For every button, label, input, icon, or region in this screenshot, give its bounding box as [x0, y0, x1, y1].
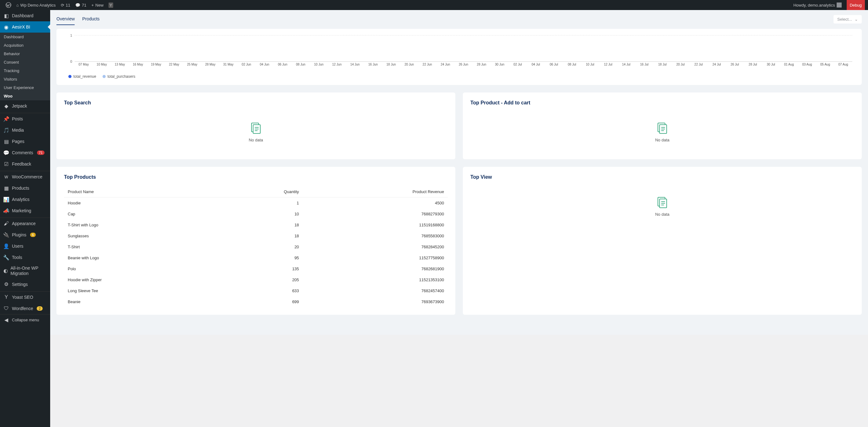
menu-tools[interactable]: 🔧Tools [0, 252, 50, 263]
sub-woo[interactable]: Woo [0, 92, 50, 100]
comment-icon: 💬 [3, 150, 9, 156]
cell-name: Beanie with Logo [64, 252, 218, 263]
table-row[interactable]: T-Shirt with Logo1811519168800 [64, 220, 448, 230]
yoast-icon: Y [3, 294, 9, 300]
empty-doc-icon [656, 121, 669, 134]
shield-icon: 🛡 [3, 305, 9, 311]
cell-name: T-Shirt [64, 241, 218, 252]
menu-aio[interactable]: ◐All-in-One WP Migration [0, 263, 50, 279]
sub-behavior[interactable]: Behavior [0, 50, 50, 58]
sub-consent[interactable]: Consent [0, 58, 50, 66]
menu-analytics[interactable]: 📊Analytics [0, 194, 50, 205]
table-row[interactable]: T-Shirt207682845200 [64, 241, 448, 252]
table-row[interactable]: Beanie with Logo9511527758900 [64, 252, 448, 263]
x-tick: 24 Jun [436, 63, 454, 70]
comments-link[interactable]: 💬71 [73, 0, 89, 10]
howdy-link[interactable]: Howdy, demo.analytics [791, 0, 844, 10]
menu-users[interactable]: 👤Users [0, 240, 50, 252]
yoast-bar-icon[interactable]: Y [106, 0, 116, 10]
x-tick: 26 Jul [725, 63, 744, 70]
site-link[interactable]: ⌂Wp Demo Analytics [14, 0, 58, 10]
menu-products[interactable]: ▦Products [0, 183, 50, 194]
select-dropdown[interactable]: Select... ⌄ [834, 15, 862, 24]
menu-comments[interactable]: 💬Comments71 [0, 147, 50, 158]
x-tick: 14 Jul [617, 63, 635, 70]
x-tick: 04 Jul [527, 63, 545, 70]
x-tick: 13 May [111, 63, 129, 70]
menu-pages[interactable]: ▤Pages [0, 136, 50, 147]
menu-aesirx[interactable]: ◉AesirX BI [0, 21, 50, 33]
cell-name: Cap [64, 208, 218, 220]
cell-rev: 4500 [303, 198, 448, 209]
comments-badge: 71 [37, 151, 44, 155]
brush-icon: 🖌 [3, 220, 9, 227]
updates-link[interactable]: ⟳11 [58, 0, 73, 10]
x-tick: 31 May [219, 63, 237, 70]
x-tick: 10 Jun [310, 63, 328, 70]
menu-settings[interactable]: ⚙Settings [0, 279, 50, 290]
x-tick: 19 May [147, 63, 165, 70]
table-row[interactable]: Sunglasses187685583000 [64, 230, 448, 241]
nodata-text: No data [655, 138, 670, 142]
x-tick: 30 Jun [491, 63, 508, 70]
collapse-menu[interactable]: ◀Collapse menu [0, 314, 50, 326]
table-row[interactable]: Cap107688279300 [64, 208, 448, 220]
legend-revenue[interactable]: total_revenue [68, 74, 96, 79]
table-row[interactable]: Hoodie with Zipper20511521353100 [64, 274, 448, 285]
cell-name: Hoodie with Zipper [64, 274, 218, 285]
empty-doc-icon [656, 196, 669, 209]
tab-products[interactable]: Products [82, 13, 99, 25]
table-row[interactable]: Hoodie14500 [64, 198, 448, 209]
table-row[interactable]: Polo1357682681900 [64, 263, 448, 274]
x-tick: 07 Aug [834, 63, 852, 70]
nodata-text: No data [249, 138, 263, 142]
debug-button[interactable]: Debug [847, 0, 865, 10]
analytics-icon: 📊 [3, 196, 9, 202]
menu-yoast[interactable]: YYoast SEO [0, 292, 50, 303]
x-tick: 16 May [129, 63, 147, 70]
menu-marketing[interactable]: 📣Marketing [0, 205, 50, 216]
dashboard-icon: ◧ [3, 12, 9, 19]
menu-posts[interactable]: 📌Posts [0, 113, 50, 125]
x-tick: 10 May [93, 63, 111, 70]
plugin-icon: 🔌 [3, 232, 9, 238]
menu-jetpack[interactable]: ◆Jetpack [0, 100, 50, 111]
tab-overview[interactable]: Overview [57, 13, 74, 25]
chart-legend: total_revenue total_purchasers [66, 74, 852, 79]
x-tick: 12 Jul [599, 63, 617, 70]
wp-logo[interactable] [3, 0, 14, 10]
sub-acquisition[interactable]: Acquisition [0, 41, 50, 50]
menu-plugins[interactable]: 🔌Plugins6 [0, 229, 50, 240]
legend-purchasers[interactable]: total_purchasers [102, 74, 135, 79]
empty-doc-icon [249, 121, 262, 134]
sub-visitors[interactable]: Visitors [0, 75, 50, 84]
main-content: Overview Products Select... ⌄ 1 0 07 May… [50, 10, 868, 335]
sub-ux[interactable]: User Experience [0, 84, 50, 92]
menu-feedback[interactable]: ☑Feedback [0, 158, 50, 170]
cell-rev: 7693673900 [303, 296, 448, 307]
table-row[interactable]: Long Sleeve Tee6337682457400 [64, 285, 448, 296]
menu-appearance[interactable]: 🖌Appearance [0, 218, 50, 229]
sub-dashboard[interactable]: Dashboard [0, 33, 50, 41]
panel-title: Top Product - Add to cart [470, 100, 854, 106]
x-tick: 24 Jul [708, 63, 726, 70]
menu-media[interactable]: 🎵Media [0, 125, 50, 136]
table-row[interactable]: Beanie6997693673900 [64, 296, 448, 307]
cell-qty: 18 [218, 230, 303, 241]
cell-rev: 7682457400 [303, 285, 448, 296]
cell-name: Polo [64, 263, 218, 274]
pin-icon: 📌 [3, 116, 9, 122]
x-tick: 08 Jun [291, 63, 310, 70]
new-link[interactable]: +New [89, 0, 106, 10]
x-tick: 20 Jun [400, 63, 418, 70]
sub-tracking[interactable]: Tracking [0, 66, 50, 75]
menu-woocommerce[interactable]: wWooCommerce [0, 171, 50, 183]
menu-wordfence[interactable]: 🛡Wordfence2 [0, 303, 50, 314]
cell-qty: 10 [218, 208, 303, 220]
admin-bar: ⌂Wp Demo Analytics ⟳11 💬71 +New Y Howdy,… [0, 0, 868, 10]
panel-top-search: Top Search No data [57, 93, 455, 159]
migrate-icon: ◐ [3, 268, 8, 274]
x-tick: 16 Jul [635, 63, 653, 70]
menu-dashboard[interactable]: ◧Dashboard [0, 10, 50, 21]
cell-rev: 7682681900 [303, 263, 448, 274]
